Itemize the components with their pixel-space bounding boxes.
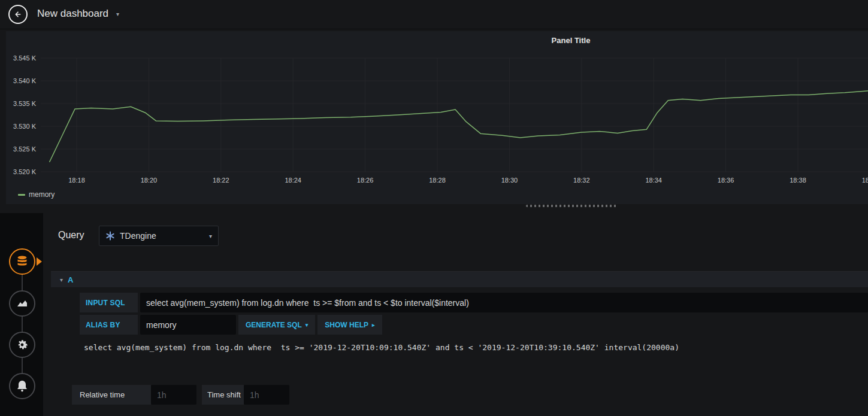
svg-text:18:40: 18:40 [862,177,868,184]
relative-time-label: Relative time [72,385,151,405]
datasource-name: TDengine [120,231,204,241]
tab-visualization[interactable] [9,290,35,317]
svg-text:3.535 K: 3.535 K [13,100,37,107]
chevron-down-icon: ▾ [209,233,212,239]
alias-by-label: ALIAS BY [80,315,138,335]
active-tab-arrow-icon [37,257,42,266]
svg-text:18:20: 18:20 [141,177,158,184]
svg-text:3.530 K: 3.530 K [13,123,37,130]
generate-sql-button[interactable]: GENERATE SQL ▾ [238,315,315,335]
generate-sql-label: GENERATE SQL [246,321,302,329]
tab-alert[interactable] [9,373,35,399]
svg-text:18:24: 18:24 [285,177,301,184]
dashboard-title[interactable]: New dashboard [37,8,108,20]
back-button[interactable] [8,5,28,24]
input-sql-field[interactable] [140,293,868,312]
dashboard-top-bar: New dashboard ▾ [0,0,868,29]
horizontal-scrollbar[interactable] [526,205,617,207]
alias-by-row: ALIAS BY GENERATE SQL ▾ SHOW HELP ▸ [80,315,382,335]
svg-text:3.545 K: 3.545 K [13,54,37,62]
svg-text:18:36: 18:36 [718,177,734,184]
chart-legend[interactable]: memory [18,190,55,199]
show-help-button[interactable]: SHOW HELP ▸ [317,315,382,335]
svg-text:18:22: 18:22 [213,177,229,184]
bell-icon [15,379,29,393]
svg-text:18:18: 18:18 [68,177,85,184]
svg-text:3.520 K: 3.520 K [13,168,37,175]
svg-text:18:32: 18:32 [573,177,590,184]
chart-icon [15,296,29,311]
generated-sql-text: select avg(mem_system) from log.dn where… [84,343,679,352]
query-section-label: Query [58,230,84,241]
svg-text:3.525 K: 3.525 K [13,145,37,153]
tab-general[interactable] [9,332,35,358]
query-options-row: Relative time Time shift [72,385,289,405]
show-help-label: SHOW HELP [325,321,368,329]
tdengine-logo-icon [105,231,115,241]
tab-queries[interactable] [9,248,35,275]
svg-text:18:34: 18:34 [645,177,662,184]
chevron-down-icon[interactable]: ▾ [116,11,119,17]
svg-text:18:30: 18:30 [501,177,518,184]
arrow-left-icon [13,9,23,20]
svg-text:18:28: 18:28 [429,177,446,184]
query-ref-id: A [68,275,73,284]
svg-text:18:26: 18:26 [357,177,374,184]
chevron-down-icon: ▾ [306,322,309,328]
time-series-chart[interactable]: 3.545 K3.540 K3.535 K3.530 K3.525 K3.520… [6,31,868,188]
input-sql-row: INPUT SQL [80,293,868,312]
grafana-edit-page: New dashboard ▾ Panel Title 3.545 K3.540… [0,0,868,416]
input-sql-label: INPUT SQL [80,293,138,312]
svg-text:18:38: 18:38 [790,177,806,184]
time-shift-field[interactable] [244,385,289,405]
database-icon [15,254,29,269]
svg-text:3.540 K: 3.540 K [13,77,37,84]
datasource-picker[interactable]: TDengine ▾ [99,226,219,246]
panel: Panel Title 3.545 K3.540 K3.535 K3.530 K… [6,31,868,204]
collapse-caret-icon[interactable]: ▾ [60,277,63,283]
gear-icon [15,338,29,352]
relative-time-field[interactable] [151,385,196,405]
time-shift-label: Time shift [202,385,244,405]
legend-swatch [18,194,25,196]
chevron-right-icon: ▸ [372,322,375,328]
legend-series-label[interactable]: memory [29,190,55,199]
query-ref-row[interactable]: ▾ A [51,271,868,288]
tab-connector-line [22,262,23,386]
alias-by-field[interactable] [140,315,236,335]
